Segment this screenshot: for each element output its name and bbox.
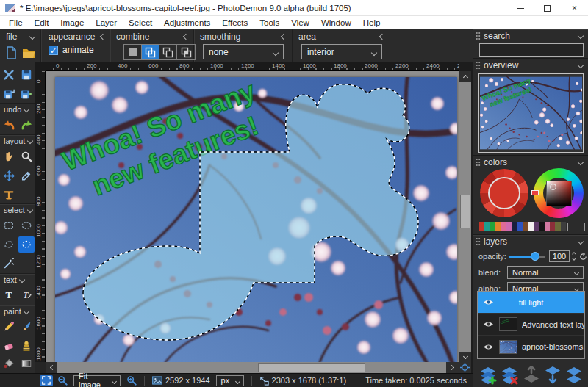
zoom-in-button[interactable] (126, 375, 137, 386)
save-button[interactable] (18, 67, 35, 83)
menu-effects[interactable]: Effects (216, 16, 254, 29)
image-canvas[interactable] (55, 77, 457, 362)
layer-visibility-icon[interactable] (483, 320, 494, 328)
overview-panel-header[interactable]: overview (473, 59, 588, 71)
smoothing-dropdown[interactable]: none (203, 44, 284, 59)
palette-swatch[interactable] (534, 222, 539, 231)
scroll-right-button[interactable] (446, 362, 458, 373)
file-menu-label[interactable]: file (6, 32, 17, 42)
menu-help[interactable]: Help (357, 16, 387, 29)
scroll-up-button[interactable] (459, 71, 471, 82)
drag-handle-icon[interactable] (476, 61, 481, 70)
clone-stamp-tool[interactable] (18, 338, 35, 354)
move-layer-up-button[interactable] (522, 366, 541, 385)
horizontal-scroll-track[interactable] (57, 362, 446, 373)
advanced-text-tool[interactable]: T (18, 287, 35, 303)
palette-swatch[interactable] (479, 222, 484, 231)
open-image-icon[interactable] (21, 46, 36, 60)
drag-handle-icon[interactable] (476, 32, 481, 40)
close-image-button[interactable] (1, 67, 17, 83)
lasso-select-tool[interactable] (18, 236, 35, 253)
blend-mode-dropdown[interactable]: Normal (507, 266, 584, 279)
add-layer-button[interactable] (478, 366, 498, 385)
paintbrush-tool[interactable] (18, 319, 35, 335)
palette-swatch[interactable] (545, 222, 550, 231)
palette-swatch[interactable] (561, 222, 566, 231)
ellipse-select-tool[interactable] (18, 217, 35, 234)
layers-panel-header[interactable]: layers (473, 235, 588, 247)
gradient-tool[interactable] (18, 355, 35, 372)
collapse-smoothing-icon[interactable] (281, 34, 287, 40)
palette-swatch[interactable] (490, 222, 495, 231)
palette-swatch[interactable] (506, 222, 512, 231)
palette-swatch[interactable] (523, 222, 528, 231)
eraser-tool[interactable] (1, 338, 17, 354)
horizontal-scrollbar[interactable] (46, 362, 471, 373)
color-picker-tool[interactable] (18, 167, 35, 184)
combine-subtract-button[interactable] (159, 45, 177, 59)
spinner-up-icon[interactable] (572, 252, 576, 256)
menu-layer[interactable]: Layer (90, 16, 123, 29)
menu-tools[interactable]: Tools (254, 16, 285, 29)
opacity-spinner[interactable] (573, 253, 576, 260)
combine-intersect-button[interactable] (177, 45, 195, 59)
hand-tool[interactable] (1, 148, 17, 164)
menu-file[interactable]: File (3, 16, 29, 29)
drag-handle-icon[interactable] (476, 237, 481, 246)
palette-swatch[interactable] (512, 222, 517, 231)
palette-swatch[interactable] (528, 222, 534, 231)
drag-handle-icon[interactable] (476, 158, 481, 167)
polygon-select-tool[interactable] (1, 236, 17, 253)
fit-canvas-button[interactable] (40, 375, 53, 386)
layer-item-apricot-blossoms[interactable]: apricot-blossoms... (478, 336, 584, 358)
layer-item-advanced-text[interactable]: Advanced text lay... (478, 314, 584, 336)
vertical-scrollbar[interactable] (459, 71, 471, 362)
palette-swatch[interactable] (539, 222, 544, 231)
zoom-tool[interactable] (18, 148, 35, 164)
minimize-button[interactable] (506, 0, 534, 16)
spinner-down-icon[interactable] (572, 256, 576, 261)
measure-tool[interactable] (1, 187, 17, 203)
layer-item-fill-light[interactable]: fill light (478, 292, 584, 314)
undo-button[interactable] (1, 117, 17, 133)
palette-swatch[interactable] (501, 222, 506, 231)
paint-group-label[interactable]: paint (0, 305, 35, 317)
combine-replace-button[interactable] (124, 45, 142, 59)
combine-add-button[interactable] (142, 45, 159, 59)
menu-adjustments[interactable]: Adjustments (158, 16, 216, 29)
close-button[interactable]: × (561, 0, 588, 16)
palette-swatch[interactable] (495, 222, 501, 231)
center-canvas-button[interactable] (458, 362, 471, 373)
scroll-down-button[interactable] (459, 352, 471, 362)
horizontal-scroll-thumb[interactable] (258, 363, 365, 372)
overview-thumbnail[interactable] (478, 73, 584, 153)
menu-image[interactable]: Image (54, 16, 90, 29)
move-tool[interactable] (1, 167, 17, 184)
menu-edit[interactable]: Edit (29, 16, 55, 29)
delete-layer-button[interactable] (500, 366, 519, 385)
color-harmony-wheel[interactable] (480, 169, 528, 217)
collapse-appearance-icon[interactable] (100, 34, 106, 40)
palette-swatch[interactable] (517, 222, 523, 231)
undo-group-label[interactable]: undo (0, 104, 35, 115)
text-tool[interactable]: T (1, 287, 17, 303)
zoom-dropdown[interactable]: Fit image (74, 375, 121, 386)
search-input[interactable] (479, 43, 584, 57)
move-layer-down-button[interactable] (543, 366, 562, 385)
pencil-tool[interactable] (1, 319, 17, 335)
merge-layers-button[interactable] (564, 366, 584, 385)
layout-group-label[interactable]: layout (0, 135, 35, 146)
layer-visibility-icon[interactable] (483, 343, 494, 351)
opacity-slider-knob[interactable] (531, 252, 539, 261)
save-as-button[interactable] (18, 86, 35, 102)
palette-swatch[interactable] (550, 222, 555, 231)
rect-select-tool[interactable] (1, 217, 17, 234)
area-dropdown[interactable]: interior (301, 44, 382, 59)
opacity-slider[interactable] (509, 251, 545, 261)
palette-swatch[interactable] (555, 222, 560, 231)
maximize-button[interactable] (534, 0, 561, 16)
text-group-label[interactable]: text (0, 274, 35, 285)
menu-view[interactable]: View (285, 16, 315, 29)
save-copy-button[interactable] (1, 86, 17, 102)
fill-tool[interactable] (1, 355, 17, 372)
